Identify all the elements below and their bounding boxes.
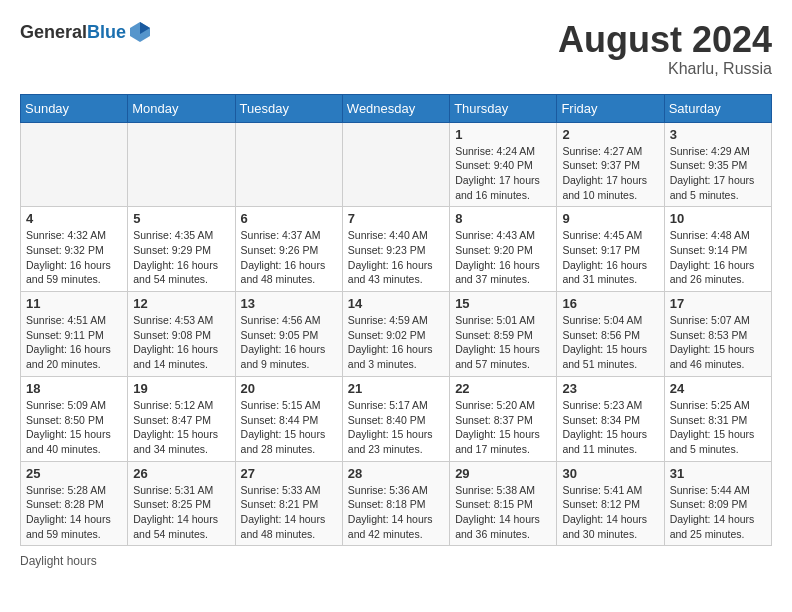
day-number: 9 bbox=[562, 211, 658, 226]
logo: GeneralBlue bbox=[20, 20, 152, 44]
day-number: 13 bbox=[241, 296, 337, 311]
day-number: 23 bbox=[562, 381, 658, 396]
logo-blue: Blue bbox=[87, 22, 126, 42]
weekday-header-saturday: Saturday bbox=[664, 94, 771, 122]
day-info: Sunrise: 5:15 AM Sunset: 8:44 PM Dayligh… bbox=[241, 398, 337, 457]
day-info: Sunrise: 5:09 AM Sunset: 8:50 PM Dayligh… bbox=[26, 398, 122, 457]
day-number: 2 bbox=[562, 127, 658, 142]
day-number: 30 bbox=[562, 466, 658, 481]
calendar-cell: 17Sunrise: 5:07 AM Sunset: 8:53 PM Dayli… bbox=[664, 292, 771, 377]
weekday-header-wednesday: Wednesday bbox=[342, 94, 449, 122]
day-number: 4 bbox=[26, 211, 122, 226]
logo-icon bbox=[128, 20, 152, 44]
day-info: Sunrise: 4:35 AM Sunset: 9:29 PM Dayligh… bbox=[133, 228, 229, 287]
calendar-cell bbox=[21, 122, 128, 207]
day-number: 18 bbox=[26, 381, 122, 396]
calendar-cell: 31Sunrise: 5:44 AM Sunset: 8:09 PM Dayli… bbox=[664, 461, 771, 546]
calendar-cell: 26Sunrise: 5:31 AM Sunset: 8:25 PM Dayli… bbox=[128, 461, 235, 546]
day-number: 16 bbox=[562, 296, 658, 311]
calendar-cell: 19Sunrise: 5:12 AM Sunset: 8:47 PM Dayli… bbox=[128, 376, 235, 461]
day-info: Sunrise: 5:17 AM Sunset: 8:40 PM Dayligh… bbox=[348, 398, 444, 457]
day-number: 17 bbox=[670, 296, 766, 311]
day-number: 21 bbox=[348, 381, 444, 396]
calendar-cell: 8Sunrise: 4:43 AM Sunset: 9:20 PM Daylig… bbox=[450, 207, 557, 292]
calendar-cell: 28Sunrise: 5:36 AM Sunset: 8:18 PM Dayli… bbox=[342, 461, 449, 546]
calendar-cell: 9Sunrise: 4:45 AM Sunset: 9:17 PM Daylig… bbox=[557, 207, 664, 292]
day-info: Sunrise: 5:20 AM Sunset: 8:37 PM Dayligh… bbox=[455, 398, 551, 457]
logo-general: General bbox=[20, 22, 87, 42]
calendar-cell: 25Sunrise: 5:28 AM Sunset: 8:28 PM Dayli… bbox=[21, 461, 128, 546]
calendar-cell: 24Sunrise: 5:25 AM Sunset: 8:31 PM Dayli… bbox=[664, 376, 771, 461]
day-info: Sunrise: 4:37 AM Sunset: 9:26 PM Dayligh… bbox=[241, 228, 337, 287]
day-info: Sunrise: 5:01 AM Sunset: 8:59 PM Dayligh… bbox=[455, 313, 551, 372]
calendar-cell bbox=[128, 122, 235, 207]
calendar-cell: 5Sunrise: 4:35 AM Sunset: 9:29 PM Daylig… bbox=[128, 207, 235, 292]
calendar-cell: 22Sunrise: 5:20 AM Sunset: 8:37 PM Dayli… bbox=[450, 376, 557, 461]
calendar-table: SundayMondayTuesdayWednesdayThursdayFrid… bbox=[20, 94, 772, 547]
day-number: 12 bbox=[133, 296, 229, 311]
calendar-cell bbox=[235, 122, 342, 207]
calendar-cell bbox=[342, 122, 449, 207]
calendar-week-row: 1Sunrise: 4:24 AM Sunset: 9:40 PM Daylig… bbox=[21, 122, 772, 207]
calendar-cell: 15Sunrise: 5:01 AM Sunset: 8:59 PM Dayli… bbox=[450, 292, 557, 377]
weekday-header-thursday: Thursday bbox=[450, 94, 557, 122]
day-info: Sunrise: 5:38 AM Sunset: 8:15 PM Dayligh… bbox=[455, 483, 551, 542]
day-number: 3 bbox=[670, 127, 766, 142]
day-info: Sunrise: 5:41 AM Sunset: 8:12 PM Dayligh… bbox=[562, 483, 658, 542]
calendar-cell: 12Sunrise: 4:53 AM Sunset: 9:08 PM Dayli… bbox=[128, 292, 235, 377]
weekday-header-monday: Monday bbox=[128, 94, 235, 122]
day-number: 5 bbox=[133, 211, 229, 226]
calendar-week-row: 18Sunrise: 5:09 AM Sunset: 8:50 PM Dayli… bbox=[21, 376, 772, 461]
day-number: 25 bbox=[26, 466, 122, 481]
day-info: Sunrise: 5:31 AM Sunset: 8:25 PM Dayligh… bbox=[133, 483, 229, 542]
month-year: August 2024 bbox=[558, 20, 772, 60]
day-number: 24 bbox=[670, 381, 766, 396]
day-number: 19 bbox=[133, 381, 229, 396]
calendar-week-row: 11Sunrise: 4:51 AM Sunset: 9:11 PM Dayli… bbox=[21, 292, 772, 377]
daylight-label: Daylight hours bbox=[20, 554, 97, 568]
calendar-cell: 1Sunrise: 4:24 AM Sunset: 9:40 PM Daylig… bbox=[450, 122, 557, 207]
day-number: 29 bbox=[455, 466, 551, 481]
footer-note: Daylight hours bbox=[20, 554, 772, 568]
day-number: 31 bbox=[670, 466, 766, 481]
day-info: Sunrise: 4:48 AM Sunset: 9:14 PM Dayligh… bbox=[670, 228, 766, 287]
day-info: Sunrise: 4:27 AM Sunset: 9:37 PM Dayligh… bbox=[562, 144, 658, 203]
day-number: 7 bbox=[348, 211, 444, 226]
day-info: Sunrise: 5:04 AM Sunset: 8:56 PM Dayligh… bbox=[562, 313, 658, 372]
day-info: Sunrise: 4:32 AM Sunset: 9:32 PM Dayligh… bbox=[26, 228, 122, 287]
day-info: Sunrise: 5:07 AM Sunset: 8:53 PM Dayligh… bbox=[670, 313, 766, 372]
calendar-cell: 7Sunrise: 4:40 AM Sunset: 9:23 PM Daylig… bbox=[342, 207, 449, 292]
calendar-cell: 13Sunrise: 4:56 AM Sunset: 9:05 PM Dayli… bbox=[235, 292, 342, 377]
day-number: 27 bbox=[241, 466, 337, 481]
day-info: Sunrise: 4:43 AM Sunset: 9:20 PM Dayligh… bbox=[455, 228, 551, 287]
calendar-cell: 27Sunrise: 5:33 AM Sunset: 8:21 PM Dayli… bbox=[235, 461, 342, 546]
day-info: Sunrise: 5:12 AM Sunset: 8:47 PM Dayligh… bbox=[133, 398, 229, 457]
calendar-week-row: 4Sunrise: 4:32 AM Sunset: 9:32 PM Daylig… bbox=[21, 207, 772, 292]
calendar-cell: 29Sunrise: 5:38 AM Sunset: 8:15 PM Dayli… bbox=[450, 461, 557, 546]
calendar-cell: 23Sunrise: 5:23 AM Sunset: 8:34 PM Dayli… bbox=[557, 376, 664, 461]
weekday-header-row: SundayMondayTuesdayWednesdayThursdayFrid… bbox=[21, 94, 772, 122]
weekday-header-sunday: Sunday bbox=[21, 94, 128, 122]
page-header: GeneralBlue August 2024 Kharlu, Russia bbox=[20, 20, 772, 78]
day-info: Sunrise: 4:59 AM Sunset: 9:02 PM Dayligh… bbox=[348, 313, 444, 372]
day-number: 11 bbox=[26, 296, 122, 311]
calendar-week-row: 25Sunrise: 5:28 AM Sunset: 8:28 PM Dayli… bbox=[21, 461, 772, 546]
day-number: 28 bbox=[348, 466, 444, 481]
day-number: 20 bbox=[241, 381, 337, 396]
calendar-cell: 16Sunrise: 5:04 AM Sunset: 8:56 PM Dayli… bbox=[557, 292, 664, 377]
day-info: Sunrise: 4:40 AM Sunset: 9:23 PM Dayligh… bbox=[348, 228, 444, 287]
location: Kharlu, Russia bbox=[558, 60, 772, 78]
title-block: August 2024 Kharlu, Russia bbox=[558, 20, 772, 78]
day-info: Sunrise: 4:56 AM Sunset: 9:05 PM Dayligh… bbox=[241, 313, 337, 372]
weekday-header-friday: Friday bbox=[557, 94, 664, 122]
day-number: 14 bbox=[348, 296, 444, 311]
logo-text: GeneralBlue bbox=[20, 22, 126, 43]
day-number: 6 bbox=[241, 211, 337, 226]
calendar-cell: 14Sunrise: 4:59 AM Sunset: 9:02 PM Dayli… bbox=[342, 292, 449, 377]
calendar-cell: 30Sunrise: 5:41 AM Sunset: 8:12 PM Dayli… bbox=[557, 461, 664, 546]
day-info: Sunrise: 4:45 AM Sunset: 9:17 PM Dayligh… bbox=[562, 228, 658, 287]
day-info: Sunrise: 5:23 AM Sunset: 8:34 PM Dayligh… bbox=[562, 398, 658, 457]
day-info: Sunrise: 5:25 AM Sunset: 8:31 PM Dayligh… bbox=[670, 398, 766, 457]
calendar-cell: 18Sunrise: 5:09 AM Sunset: 8:50 PM Dayli… bbox=[21, 376, 128, 461]
day-number: 10 bbox=[670, 211, 766, 226]
